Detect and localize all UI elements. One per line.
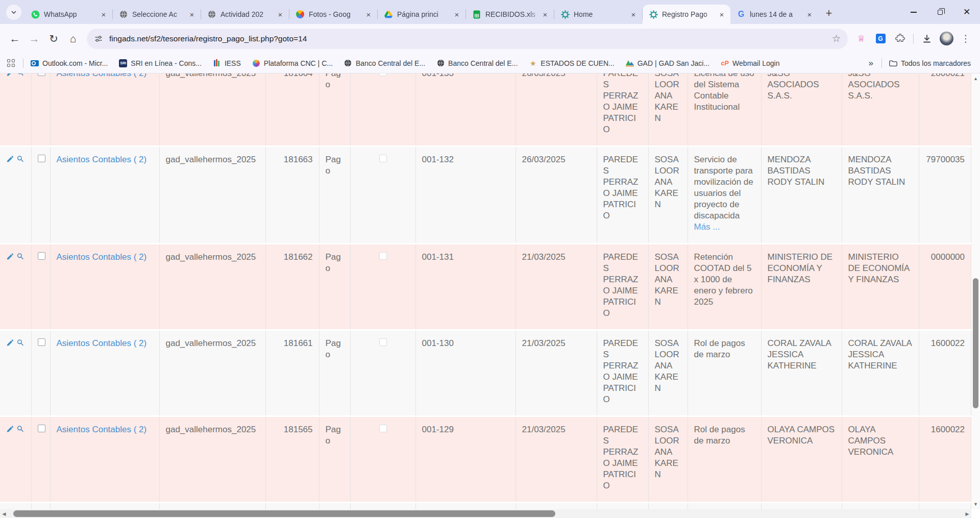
google-translate-icon[interactable]: G [871,30,890,48]
flag-checkbox[interactable] [379,425,387,432]
new-tab-button[interactable]: + [821,6,837,21]
tab-close-icon[interactable]: × [629,10,638,19]
bookmark-iess[interactable]: IESS [213,59,241,67]
address-bar[interactable]: fingads.net/sf2/tesoreria/registro_pago_… [87,29,848,49]
cuenta-cell: 79700035 [919,146,971,244]
tab-label: lunes 14 de a [750,10,805,18]
asientos-contables-link[interactable]: Asientos Contables ( 2) [57,155,147,164]
tab-close-icon[interactable]: × [364,10,373,19]
tab-list: WhatsApp × Seleccione Ac × Actividad 202… [24,0,818,24]
reload-button[interactable]: ↻ [44,29,63,48]
tab-close-icon[interactable]: × [452,10,461,19]
scroll-left-arrow-icon[interactable]: ◀ [0,509,8,518]
edit-pencil-icon[interactable] [6,73,14,78]
tab-label: WhatsApp [44,10,99,18]
asientos-contables-link[interactable]: Asientos Contables ( 2) [57,73,147,78]
home-button[interactable]: ⌂ [63,29,83,48]
flag-checkbox[interactable] [379,338,387,346]
tab-close-icon[interactable]: × [717,10,726,19]
profile-avatar[interactable] [937,30,955,48]
tab-home[interactable]: Home × [554,5,642,24]
view-magnifier-icon[interactable] [16,252,24,261]
edit-pencil-icon[interactable] [6,338,14,348]
bookmark-gad[interactable]: GAD | GAD San Jaci... [626,59,709,67]
vertical-scrollbar[interactable]: ▲ ▼ [971,73,980,509]
bookmark-banco-central-2[interactable]: Banco Central del E... [436,59,518,67]
bookmark-star-icon[interactable]: ☆ [832,33,841,44]
database-cell: gad_vallehermos_2025 [159,416,265,503]
view-magnifier-icon[interactable] [16,73,24,78]
tab-close-icon[interactable]: × [99,10,108,19]
globe-icon [119,10,128,19]
apps-grid-button[interactable] [7,59,15,67]
bookmark-cnc[interactable]: Plataforma CNC | C... [252,59,333,67]
beneficiario-cell: CORAL ZAVALA JESSICA KATHERINE [761,330,842,416]
site-info-icon[interactable] [94,34,103,43]
view-magnifier-icon[interactable] [16,154,24,164]
tab-fotos[interactable]: Fotos - Goog × [289,5,377,24]
tab-actividad[interactable]: Actividad 202 × [201,5,289,24]
mas-link[interactable]: Más ... [694,222,720,232]
row-select-checkbox[interactable] [38,155,45,162]
view-magnifier-icon[interactable] [16,338,24,348]
tipo-cell: Pago [319,73,350,146]
asientos-contables-link[interactable]: Asientos Contables ( 2) [57,338,147,348]
tab-close-icon[interactable]: × [805,10,814,19]
tab-close-icon[interactable]: × [541,10,550,19]
edit-pencil-icon[interactable] [6,424,14,434]
row-select-checkbox[interactable] [38,252,45,260]
tab-recibidos[interactable]: RECIBIDOS.xls × [466,5,554,24]
horizontal-scrollbar[interactable]: ◀ ▶ [0,509,971,518]
beneficiario2-cell: MINISTERIO DE ECONOMÍA Y FINANZAS [842,244,919,330]
asientos-contables-link[interactable]: Asientos Contables ( 2) [57,252,147,262]
tab-seleccione[interactable]: Seleccione Ac × [113,5,201,24]
id-cell: 181565 [265,416,319,503]
bookmark-sri[interactable]: SRi SRI en Línea - Cons... [119,59,202,67]
bookmark-banco-central-1[interactable]: Banco Central del E... [344,59,425,67]
back-button[interactable]: ← [5,29,24,48]
browser-menu-icon[interactable]: ⋮ [957,30,975,48]
extensions-puzzle-icon[interactable] [891,30,909,48]
tab-pagina-principal[interactable]: Página princi × [378,5,465,24]
vertical-scrollbar-thumb[interactable] [973,278,978,408]
row-select-checkbox[interactable] [38,338,45,346]
url-text[interactable]: fingads.net/sf2/tesoreria/registro_pago_… [109,34,832,43]
row-select-checkbox[interactable] [38,425,45,432]
flag-checkbox[interactable] [379,73,387,76]
tab-close-icon[interactable]: × [187,10,197,19]
fecha-cell: 21/03/2025 [516,416,597,503]
asientos-contables-link[interactable]: Asientos Contables ( 2) [57,425,147,434]
cuenta-cell: 1600022 [919,416,971,503]
minimize-button[interactable] [900,0,927,24]
row-select-checkbox[interactable] [38,73,45,76]
horizontal-scrollbar-thumb[interactable] [13,510,555,517]
tab-close-icon[interactable]: × [276,10,285,19]
bookmark-webmail[interactable]: cP Webmail Login [721,59,779,67]
page-content: Asientos Contables ( 2) gad_vallehermos_… [0,73,980,518]
flag-checkbox[interactable] [379,155,387,162]
tab-search-button[interactable] [6,5,21,20]
restore-button[interactable] [927,0,953,24]
scroll-down-arrow-icon[interactable]: ▼ [971,500,980,508]
all-bookmarks-button[interactable]: Todos los marcadores [889,59,971,67]
flag-checkbox[interactable] [379,252,387,260]
close-button[interactable]: ✕ [953,0,980,24]
bookmark-outlook[interactable]: Outlook.com - Micr... [31,59,108,67]
view-magnifier-icon[interactable] [16,424,24,434]
scroll-right-arrow-icon[interactable]: ▶ [963,509,971,518]
globe-icon [207,10,216,19]
tab-lunes[interactable]: G lunes 14 de a × [730,5,818,24]
extension-pink-icon[interactable]: ♕ [852,30,870,48]
edit-pencil-icon[interactable] [6,252,14,261]
bookmarks-overflow-chevron[interactable]: » [869,58,873,68]
downloads-icon[interactable] [918,30,936,48]
tab-whatsapp[interactable]: WhatsApp × [24,5,112,24]
bookmark-estados[interactable]: ★ ESTADOS DE CUEN... [529,59,614,67]
tab-registro-pago-active[interactable]: Registro Pago × [643,5,730,24]
edit-pencil-icon[interactable] [6,154,14,164]
tab-label: Actividad 202 [220,10,276,18]
scroll-up-arrow-icon[interactable]: ▲ [971,75,980,83]
responsable-cell: PAREDES PERRAZO JAIME PATRICIO [597,416,648,503]
forward-button[interactable]: → [24,29,44,48]
beneficiario2-cell: J&SG ASOCIADOS S.A.S. [842,73,919,146]
